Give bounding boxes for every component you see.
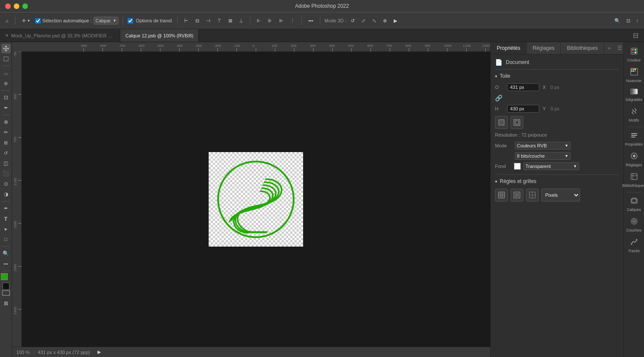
height-input[interactable]: [507, 105, 539, 113]
screen-mode-btn[interactable]: [1, 288, 11, 298]
fond-value: Transparent: [526, 164, 551, 169]
more-btn[interactable]: •••: [306, 17, 316, 24]
tab-1[interactable]: ✕ Mock_Up_Planche.psd @ 33,3% (MODIFIER …: [0, 29, 120, 42]
quick-select-icon: ⊛: [4, 81, 8, 86]
strip-degrades[interactable]: Dégradés: [625, 86, 644, 104]
share-btn[interactable]: ↑: [634, 17, 641, 25]
foreground-color[interactable]: [1, 273, 8, 280]
shape-tool[interactable]: □: [1, 235, 11, 244]
strip-motifs[interactable]: Motifs: [625, 105, 644, 125]
panel-menu-btn[interactable]: ☰: [614, 43, 623, 54]
tab-2[interactable]: Calque 12.psb @ 100% (RVB/8): [120, 29, 199, 42]
align-bottom-btn[interactable]: ⊥: [237, 17, 246, 25]
align-center-v-btn[interactable]: ⊠: [226, 17, 234, 25]
stamp-tool[interactable]: ⊞: [1, 138, 11, 147]
3d-scale-btn[interactable]: ⤡: [370, 17, 378, 25]
bit-depth-dropdown[interactable]: 8 bits/couche ▼: [515, 152, 571, 160]
lasso-tool[interactable]: ⌓: [1, 68, 11, 78]
fond-dropdown[interactable]: Transparent ▼: [523, 162, 579, 170]
background-color[interactable]: [3, 283, 9, 290]
status-arrow-btn[interactable]: ▶: [95, 348, 103, 356]
tab-bibliotheques[interactable]: Bibliothèques: [561, 42, 604, 54]
distrib3-btn[interactable]: ⊫: [277, 17, 286, 25]
strip-nuancier[interactable]: Nuancier: [625, 65, 644, 85]
3d-rotate-btn[interactable]: ↺: [349, 17, 357, 25]
fond-swatch[interactable]: [514, 163, 521, 170]
minimize-button[interactable]: [14, 3, 19, 9]
tab-proprietes[interactable]: Propriétés: [491, 42, 527, 54]
separator5: [301, 16, 302, 25]
eraser-icon: ◫: [3, 160, 8, 166]
strip-bibliotheques[interactable]: Bibliothèques: [625, 170, 644, 190]
shape-icon: □: [4, 236, 7, 242]
workspace-btn[interactable]: ⊡: [624, 17, 632, 25]
move-tool-button[interactable]: ✛ ▼: [20, 17, 33, 25]
3d-move-btn[interactable]: ⊕: [381, 17, 389, 25]
gradient-tool[interactable]: ⬛: [1, 169, 11, 178]
grid-dashes-btn[interactable]: [526, 189, 539, 201]
strip-traces[interactable]: Tracés: [625, 235, 644, 256]
move-tool[interactable]: [1, 44, 11, 53]
eyedropper-tool[interactable]: ✒: [1, 103, 11, 113]
blur-tool[interactable]: ⊙: [1, 179, 11, 189]
strip-couleur[interactable]: Couleur: [625, 45, 644, 65]
crop-tool[interactable]: ⊡: [1, 93, 11, 102]
3d-pan-btn[interactable]: ⤢: [359, 17, 368, 25]
svg-point-50: [631, 244, 632, 245]
strip-proprietes[interactable]: Propriétés: [625, 129, 644, 149]
marquee-tool[interactable]: [1, 54, 11, 64]
close-button[interactable]: [5, 3, 11, 9]
maximize-button[interactable]: [22, 3, 28, 9]
path-select-tool[interactable]: ▸: [1, 224, 11, 234]
strip-calques[interactable]: Calques: [625, 194, 644, 214]
strip-reglages[interactable]: Réglages: [625, 150, 644, 170]
auto-select-checkbox[interactable]: [35, 18, 41, 24]
arrange-panels-btn[interactable]: ⊟: [631, 30, 641, 41]
healing-tool[interactable]: ⊕: [1, 117, 11, 127]
color-swatches[interactable]: [1, 273, 11, 284]
extras-tool-btn[interactable]: ⊠: [1, 299, 11, 308]
distrib1-btn[interactable]: ⊩: [255, 17, 263, 25]
zoom-tool[interactable]: 🔍: [1, 249, 11, 258]
align-right-btn[interactable]: ⊣: [204, 17, 213, 25]
dodge-tool[interactable]: ◑: [1, 189, 11, 199]
align-center-h-btn[interactable]: ⊟: [193, 17, 201, 25]
strip-couches[interactable]: Couches: [625, 215, 644, 235]
canvas-viewport[interactable]: [21, 52, 490, 347]
distrib2-btn[interactable]: ⊪: [266, 17, 274, 25]
extra-tools[interactable]: •••: [1, 259, 11, 269]
align-left-icon: ⊢: [184, 18, 188, 24]
tab-reglages[interactable]: Réglages: [527, 42, 561, 54]
zoom-level: 100 %: [16, 350, 30, 355]
width-input[interactable]: [507, 83, 539, 91]
grid-dots-btn[interactable]: [510, 189, 523, 201]
resize-canvas-btn[interactable]: [495, 116, 508, 129]
3d-video-btn[interactable]: ▶: [392, 17, 399, 25]
panel-expand-btn[interactable]: »: [604, 43, 614, 54]
toile-section-header[interactable]: ▾ Toile: [495, 73, 619, 79]
mode-dropdown[interactable]: Couleurs RVB ▼: [515, 142, 571, 150]
search-btn[interactable]: 🔍: [612, 17, 623, 25]
ruler-v-container: [12, 52, 490, 347]
distrib4-btn[interactable]: ⋮: [288, 17, 297, 25]
pen-tool[interactable]: ✒: [1, 204, 11, 213]
traces-label: Tracés: [628, 249, 640, 253]
align-left-btn[interactable]: ⊢: [182, 17, 191, 25]
tab-1-close[interactable]: ✕: [5, 33, 9, 38]
resize-image-btn[interactable]: [510, 116, 523, 129]
brush-tool[interactable]: ✏: [1, 128, 11, 137]
home-button[interactable]: ⌂: [3, 17, 11, 24]
grid-lines-btn[interactable]: [495, 189, 508, 201]
regles-section-header[interactable]: ▾ Règles et grilles: [495, 178, 619, 184]
options-checkbox[interactable]: [128, 18, 133, 24]
units-select[interactable]: Pixels Pouces Centimètres: [541, 189, 580, 201]
svg-rect-26: [635, 49, 636, 51]
text-tool[interactable]: T: [1, 214, 11, 223]
quick-select-tool[interactable]: ⊛: [1, 79, 11, 88]
link-proportions-btn[interactable]: 🔗: [495, 95, 502, 101]
y-coord: Y 0 px: [543, 106, 559, 111]
align-top-btn[interactable]: ⊤: [215, 17, 224, 25]
history-brush[interactable]: ↺: [1, 148, 11, 158]
layer-dropdown[interactable]: Calque ▼: [94, 17, 119, 24]
eraser-tool[interactable]: ◫: [1, 159, 11, 168]
